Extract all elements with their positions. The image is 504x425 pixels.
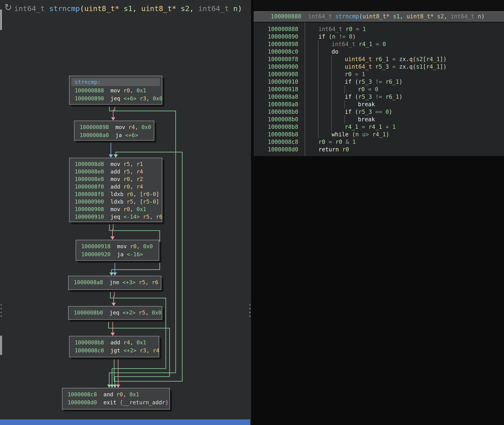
token-txt: __return_addr [123, 399, 165, 405]
il-row[interactable]: 1000008b8while (n u> r4_1) [254, 131, 504, 138]
token-txt: ) [389, 109, 392, 115]
graph-node-1000008b0[interactable]: 1000008b0 jeq <+2> r5, 0x0 [68, 306, 162, 320]
graph-node-100000898[interactable]: 100000898 mov r4, 0x01000008a0 ja <+6> [74, 121, 154, 140]
il-row-address: 100000888 [254, 25, 298, 33]
token-reg: r0 [123, 87, 130, 93]
il-row[interactable]: 100000908r0 = 1 [254, 71, 504, 78]
token-mn: exit [103, 399, 120, 405]
graph-node-1000008b8[interactable]: 1000008b8 add r4, 0x11000008c0 jgt <+2> … [69, 336, 159, 357]
token-num: 0x1 [129, 391, 139, 398]
token-op: = [389, 63, 399, 70]
il-row[interactable]: 1000008a8if (r5_3 != r6_1) [254, 93, 504, 101]
il-row[interactable]: 100000910if (r5_3 != r6_1) [254, 78, 504, 86]
panel-splitter[interactable] [251, 0, 254, 425]
token-txt: , [145, 310, 152, 316]
graph-node-100000918[interactable]: 100000918 mov r0, 0x0100000920 ja <-16> [76, 240, 159, 261]
token-typy: uint64_t [345, 63, 375, 70]
indent-guide [318, 93, 318, 101]
token-typy: uint8_t* [362, 13, 390, 20]
token-txt: , [400, 13, 407, 20]
token-txt [104, 184, 111, 190]
token-var: n [474, 13, 481, 20]
il-row-code: if (r5_3 != r6_1) [345, 93, 402, 101]
indent-guide [344, 101, 345, 108]
il-row[interactable]: 1000008c8r0 = r0 & 1 [254, 138, 504, 146]
token-reg: r4 [136, 169, 143, 175]
indent-guide [331, 108, 332, 116]
indent-guide [331, 55, 332, 63]
token-txt: ( [355, 109, 358, 115]
token-kw: if [345, 109, 355, 115]
token-reg: r5 [139, 310, 145, 316]
cfg-edge-r [114, 290, 114, 303]
indent-guide [331, 78, 332, 86]
token-reg: r3 [140, 95, 146, 101]
token-addr: 1000008e0 [75, 169, 104, 175]
token-typy: uint8_t* [407, 13, 434, 20]
linear-view-panel[interactable]: 100000888 int64_t strncmp(uint8_t* s1, u… [254, 0, 504, 425]
token-txt: ) [481, 13, 485, 20]
il-row[interactable]: 1000008a8break [254, 101, 504, 108]
il-row-code: r4_1 = r4_1 + 1 [345, 123, 396, 131]
token-txt [104, 161, 111, 167]
il-row[interactable]: 1000008c0do [254, 48, 504, 55]
token-num: 0 [349, 33, 352, 40]
token-num: 1 [353, 139, 356, 145]
graph-view-panel[interactable]: strncmp:100000888 mov r0, 0x1100000890 j… [0, 0, 251, 425]
token-txt: - [150, 199, 153, 205]
token-reg: r6 [156, 214, 162, 220]
asm-line: 100000920 ja <-16> [81, 250, 159, 258]
token-reg: r4 [153, 347, 159, 353]
token-brc: } [165, 399, 168, 405]
il-row[interactable]: 100000898int64_t r4_1 = 0 [254, 40, 504, 48]
il-row[interactable]: 1000008d0return r0 [254, 146, 504, 153]
token-addr: 1000008c0 [75, 347, 104, 353]
graph-node-1000008d8[interactable]: 1000008d8 mov r5, r11000008e0 add r5, r4… [69, 158, 162, 222]
token-txt [109, 132, 116, 138]
token-txt [104, 87, 111, 93]
il-row-address: 1000008b8 [254, 123, 298, 131]
token-mn: ja [117, 251, 127, 257]
il-row[interactable]: 1000008f8uint64_t r6_1 = zx.q(s2[r4_1]) [254, 55, 504, 63]
token-txt: , [130, 184, 136, 190]
token-mn: jne [110, 279, 122, 285]
il-row[interactable]: 100000900uint64_t r5_3 = zx.q(s1[r4_1]) [254, 63, 504, 71]
token-txt: , [444, 13, 451, 20]
il-row[interactable]: 1000008b0if (r5_3 == 0) [254, 108, 504, 116]
graph-node-strncmp[interactable]: strncmp:100000888 mov r0, 0x1100000890 j… [69, 76, 162, 105]
graph-node-1000008a8[interactable]: 1000008a8 jne <+3> r5, r6 [68, 276, 161, 290]
il-row[interactable]: 100000890if (n != 0) [254, 33, 504, 40]
token-txt: , [130, 87, 136, 93]
token-txt [97, 399, 103, 405]
token-txt: , [ [133, 191, 143, 197]
il-row[interactable]: 100000918r0 = 0 [254, 86, 504, 93]
il-row-address: 1000008f8 [254, 55, 298, 63]
token-tgt: <+6> [125, 132, 138, 138]
token-txt: , [145, 279, 152, 285]
token-op: != [335, 33, 349, 40]
token-txt: ] [156, 191, 159, 197]
il-row[interactable]: 1000008b0break [254, 116, 504, 123]
il-listing[interactable]: 100000888int64_t r0 = 1100000890if (n !=… [254, 22, 504, 156]
token-var: r0 [342, 146, 349, 153]
il-row-address: 100000910 [254, 78, 298, 86]
signature-row[interactable]: 100000888 int64_t strncmp(uint8_t* s1, u… [254, 11, 504, 22]
asm-line: 100000888 mov r0, 0x1 [75, 86, 162, 94]
token-txt: , [130, 169, 136, 175]
token-txt: , [130, 339, 136, 345]
token-kw: if [345, 93, 355, 100]
asm-line: 100000900 ldxb r5, [r5-0] [75, 198, 162, 206]
token-txt: ( [355, 79, 358, 85]
token-reg: r2 [136, 176, 143, 182]
token-var: r0 [358, 86, 365, 93]
il-row[interactable]: 100000888int64_t r0 = 1 [254, 25, 504, 33]
il-row-code: return r0 [318, 146, 349, 153]
token-txt [104, 191, 111, 197]
token-addr: 100000888 [75, 87, 104, 93]
asm-line: 1000008e8 mov r0, r2 [75, 175, 162, 183]
il-row[interactable]: 1000008b8r4_1 = r4_1 + 1 [254, 123, 504, 131]
token-reg: r3 [140, 347, 146, 353]
graph-node-1000008c8[interactable]: 1000008c8 and r0, 0x11000008d0 exit {__r… [62, 388, 170, 410]
token-mn: mov [110, 87, 123, 93]
token-mn: mov [110, 206, 123, 212]
